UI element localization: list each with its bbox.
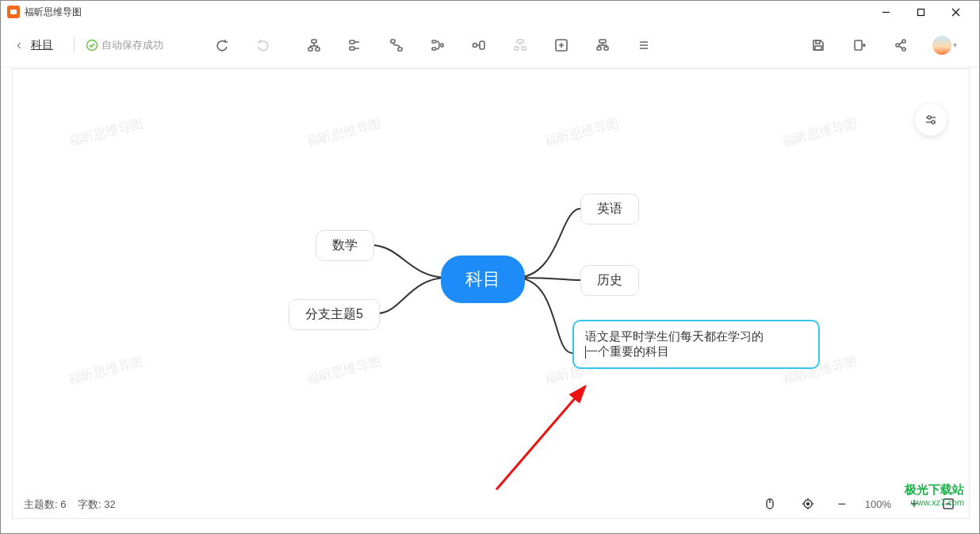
save-button[interactable] xyxy=(807,34,829,56)
topics-value: 6 xyxy=(60,498,66,510)
svg-rect-21 xyxy=(604,47,608,50)
site-watermark: 极光下载站 www.xz7.com xyxy=(905,482,964,507)
insert-button[interactable] xyxy=(550,34,572,56)
export-button[interactable] xyxy=(848,34,871,56)
svg-point-30 xyxy=(932,121,935,124)
watermark: 福昕思维导图 xyxy=(781,115,859,151)
app-title: 福昕思维导图 xyxy=(25,6,82,19)
node-label: 数学 xyxy=(332,238,358,252)
svg-rect-24 xyxy=(855,40,862,50)
window-maximize-button[interactable] xyxy=(903,1,938,23)
window-close-button[interactable] xyxy=(938,1,973,23)
window-minimize-button[interactable] xyxy=(868,1,903,23)
watermark: 福昕思维导图 xyxy=(67,353,145,389)
svg-rect-6 xyxy=(350,40,354,44)
status-left: 主题数: 6 字数: 32 xyxy=(21,496,119,513)
root-node[interactable]: 科目 xyxy=(441,255,525,303)
sliders-icon xyxy=(924,113,938,127)
add-sibling-topic-button[interactable] xyxy=(344,34,366,56)
svg-rect-3 xyxy=(312,40,316,43)
topic-node-editing[interactable]: 语文是平时学生们每天都在学习的一个重要的科目 xyxy=(572,320,820,369)
site-url: www.xz7.com xyxy=(905,498,964,507)
svg-rect-17 xyxy=(522,47,526,50)
share-button[interactable] xyxy=(890,34,912,56)
main-toolbar: ‹ 科目 自动保存成功 ▾ xyxy=(1,23,979,67)
svg-rect-11 xyxy=(432,48,436,50)
svg-point-25 xyxy=(896,44,899,47)
chevron-down-icon: ▾ xyxy=(953,40,957,49)
redo-button[interactable] xyxy=(252,34,274,56)
window-titlebar: 福昕思维导图 xyxy=(1,1,979,23)
zoom-out-button[interactable]: − xyxy=(835,496,849,513)
svg-rect-23 xyxy=(815,46,821,50)
canvas-options-button[interactable] xyxy=(915,104,947,136)
svg-point-33 xyxy=(806,503,809,505)
svg-rect-8 xyxy=(391,40,395,43)
svg-rect-10 xyxy=(432,40,436,43)
undo-button[interactable] xyxy=(211,34,233,56)
outline-button[interactable] xyxy=(633,34,655,56)
add-child-topic-button[interactable] xyxy=(303,34,325,56)
avatar-image xyxy=(932,36,951,55)
divider xyxy=(74,37,75,53)
app-icon xyxy=(7,6,20,18)
svg-rect-15 xyxy=(517,40,523,43)
svg-point-29 xyxy=(928,116,931,119)
svg-rect-5 xyxy=(316,48,320,51)
breadcrumb[interactable]: ‹ 科目 xyxy=(7,36,63,53)
autosave-status: 自动保存成功 xyxy=(86,38,163,52)
breadcrumb-label: 科目 xyxy=(31,38,53,52)
words-value: 32 xyxy=(104,498,115,510)
watermark: 福昕思维导图 xyxy=(543,115,621,151)
relationship-line-button[interactable] xyxy=(385,34,408,56)
svg-rect-1 xyxy=(917,9,924,15)
mouse-mode-button[interactable] xyxy=(759,493,781,515)
autosave-label: 自动保存成功 xyxy=(101,38,163,52)
words-label: 字数: xyxy=(78,498,101,510)
node-label: 英语 xyxy=(597,202,622,215)
svg-point-27 xyxy=(902,48,905,51)
summary-button[interactable] xyxy=(427,34,449,56)
svg-point-13 xyxy=(473,43,477,47)
topic-node-right-0[interactable]: 英语 xyxy=(580,194,639,225)
svg-rect-22 xyxy=(816,40,820,44)
svg-line-28 xyxy=(496,386,585,490)
topic-node-left-0[interactable]: 数学 xyxy=(316,230,374,261)
watermark: 福昕思维导图 xyxy=(305,115,383,151)
svg-rect-20 xyxy=(597,47,601,50)
svg-rect-7 xyxy=(350,47,354,50)
svg-rect-16 xyxy=(515,47,519,50)
svg-rect-0 xyxy=(10,10,17,14)
watermark: 福昕思维导图 xyxy=(305,353,383,389)
node-label: 分支主题5 xyxy=(305,307,363,321)
watermark: 福昕思维导图 xyxy=(67,115,145,151)
svg-point-26 xyxy=(902,40,905,43)
site-name: 极光下载站 xyxy=(905,482,964,498)
locate-root-button[interactable] xyxy=(797,493,819,515)
user-avatar[interactable]: ▾ xyxy=(926,36,957,55)
check-circle-icon xyxy=(86,39,98,52)
boundary-button[interactable] xyxy=(468,34,490,56)
chevron-left-icon: ‹ xyxy=(17,36,21,53)
callout-button[interactable] xyxy=(509,34,531,56)
svg-rect-12 xyxy=(441,44,443,47)
svg-rect-14 xyxy=(480,41,484,49)
editing-text: 语文是平时学生们每天都在学习的一个重要的科目 xyxy=(585,329,764,358)
svg-rect-9 xyxy=(398,48,402,51)
topic-node-left-1[interactable]: 分支主题5 xyxy=(289,299,380,330)
svg-rect-4 xyxy=(308,48,312,51)
topic-node-right-1[interactable]: 历史 xyxy=(580,265,639,296)
svg-rect-19 xyxy=(599,40,606,43)
format-button[interactable] xyxy=(591,34,614,56)
node-label: 历史 xyxy=(597,273,622,286)
mindmap-canvas[interactable]: 福昕思维导图 福昕思维导图 福昕思维导图 福昕思维导图 福昕思维导图 福昕思维导… xyxy=(12,68,970,519)
node-label: 科目 xyxy=(465,269,500,289)
zoom-label: 100% xyxy=(865,498,891,510)
topics-label: 主题数: xyxy=(24,498,58,510)
